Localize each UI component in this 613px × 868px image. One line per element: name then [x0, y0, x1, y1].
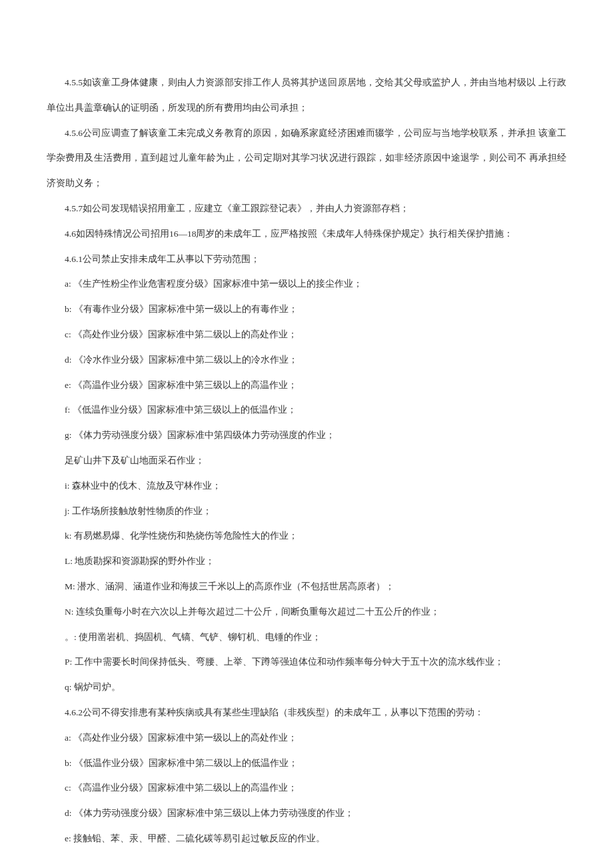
paragraph: c: 《高温作业分级》国家标准中第二级以上的高温作业；: [47, 775, 566, 801]
paragraph: j: 工作场所接触放射性物质的作业；: [47, 499, 566, 524]
paragraph: 。: 使用凿岩机、捣固机、气镐、气铲、铆钉机、电锤的作业；: [47, 625, 566, 650]
paragraph: d: 《体力劳动强度分级》国家标准中第三级以上体力劳动强度的作业；: [47, 801, 566, 826]
document-page: 4.5.5如该童工身体健康，则由人力资源部安排工作人员将其护送回原居地，交给其父…: [0, 0, 613, 868]
paragraph: P: 工作中需要长时间保持低头、弯腰、上举、下蹲等强迫体位和动作频率每分钟大于五…: [47, 649, 566, 675]
paragraph: a: 《生产性粉尘作业危害程度分级》国家标准中第一级以上的接尘作业；: [47, 271, 566, 297]
paragraph: f: 《低温作业分级》国家标准中第三级以上的低温作业；: [47, 397, 566, 423]
paragraph: g: 《体力劳动强度分级》国家标准中第四级体力劳动强度的作业；: [47, 423, 566, 448]
paragraph: L: 地质勘探和资源勘探的野外作业；: [47, 549, 566, 574]
paragraph: b: 《低温作业分级》国家标准中第二级以上的低温作业；: [47, 751, 566, 776]
paragraph: d: 《冷水作业分级》国家标准中第二级以上的冷水作业；: [47, 347, 566, 373]
paragraph: e: 接触铅、苯、汞、甲醛、二硫化碳等易引起过敏反应的作业。: [47, 826, 566, 851]
paragraph: k: 有易燃易爆、化学性烧伤和热烧伤等危险性大的作业；: [47, 523, 566, 549]
paragraph: b: 《有毒作业分级》国家标准中第一级以上的有毒作业；: [47, 297, 566, 322]
paragraph: N: 连续负重每小时在六次以上并每次超过二十公斤，间断负重每次超过二十五公斤的作…: [47, 599, 566, 625]
paragraph: M: 潜水、涵洞、涵道作业和海拔三千米以上的高原作业（不包括世居高原者）；: [47, 574, 566, 599]
paragraph: a: 《高处作业分级》国家标准中第一级以上的高处作业；: [47, 725, 566, 751]
paragraph: q: 锅炉司炉。: [47, 675, 566, 700]
paragraph: e: 《高温作业分级》国家标准中第三级以上的高温作业；: [47, 373, 566, 398]
paragraph: 4.5.5如该童工身体健康，则由人力资源部安排工作人员将其护送回原居地，交给其父…: [47, 70, 566, 121]
paragraph: i: 森林业中的伐木、流放及守林作业；: [47, 473, 566, 499]
paragraph: c: 《高处作业分级》国家标准中第二级以上的高处作业；: [47, 322, 566, 347]
paragraph: 4.6.1公司禁止安排未成年工从事以下劳动范围；: [47, 247, 566, 272]
paragraph: 足矿山井下及矿山地面采石作业；: [47, 448, 566, 473]
paragraph: 4.5.7如公司发现错误招用童工，应建立《童工跟踪登记表》，并由人力资源部存档；: [47, 196, 566, 221]
paragraph: 4.6.2公司不得安排患有某种疾病或具有某些生理缺陷（非残疾型）的未成年工，从事…: [47, 700, 566, 725]
paragraph: 4.6如因特殊情况公司招用16—18周岁的未成年工，应严格按照《未成年人特殊保护…: [47, 221, 566, 247]
paragraph: 4.5.6公司应调查了解该童工未完成义务教育的原因，如确系家庭经济困难而辍学，公…: [47, 121, 566, 196]
